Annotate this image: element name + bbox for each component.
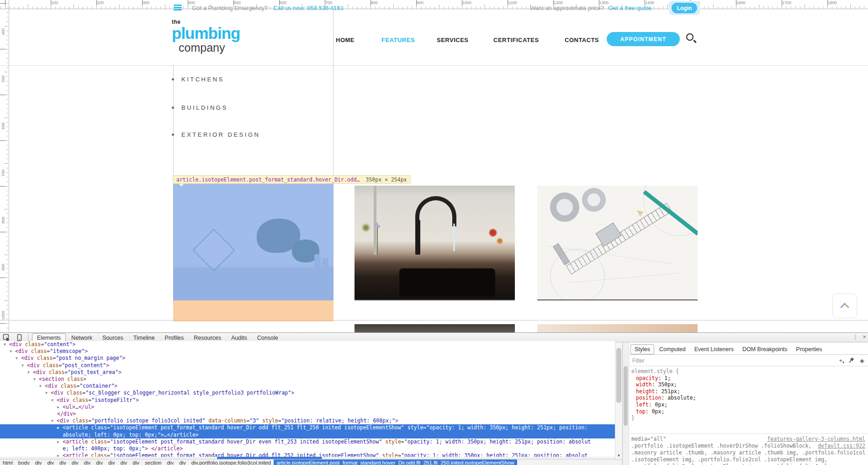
dom-tree-row[interactable]: ▼<div class="portfolio isotope folio3col… (0, 417, 615, 424)
scroll-to-top-button[interactable] (832, 294, 857, 318)
breadcrumb-item[interactable]: div (32, 460, 45, 465)
dropdown-item-kitchens[interactable]: KITCHENS (181, 76, 224, 84)
source-file-link[interactable]: features-gallery-3-columns.html (767, 436, 865, 443)
styles-tab-properties[interactable]: Properties (793, 345, 826, 354)
filter-input[interactable]: Filter (632, 358, 645, 364)
breadcrumb-item[interactable]: div (106, 460, 118, 465)
dom-tree-row[interactable]: ▶<ul>…</ul> (0, 404, 615, 411)
dom-token: = (278, 417, 281, 424)
devtools-tab-audits[interactable]: Audits (227, 334, 252, 342)
css-property[interactable]: width: 350px; (630, 381, 868, 388)
device-mode-icon[interactable] (16, 334, 24, 342)
element-state-icon[interactable]: ◈ (860, 357, 864, 364)
nav-item-services[interactable]: SERVICES (437, 37, 469, 43)
breadcrumb-item[interactable]: div (176, 460, 189, 465)
free-quote-link[interactable]: Get a free quote. (609, 5, 653, 11)
devtools-tab-timeline[interactable]: Timeline (129, 334, 159, 342)
dom-token: ▼ (33, 376, 39, 383)
next-row-image-partial[interactable] (355, 324, 515, 332)
styles-tab-styles[interactable]: Styles (630, 344, 654, 354)
breadcrumb-item[interactable]: div (93, 460, 106, 465)
dropdown-item-exterior-design[interactable]: EXTERIOR DESIGN (181, 131, 260, 139)
dropdown-item-buildings[interactable]: BUILDINGS (181, 104, 228, 112)
breadcrumb-item-selected[interactable]: article.isotopeElement.post_format_stand… (274, 460, 517, 465)
dom-token: … (75, 404, 79, 410)
new-style-rule-icon[interactable]: +▾ (839, 357, 844, 364)
ruler-label: 1600 (736, 0, 746, 5)
scrollbar-thumb[interactable] (616, 348, 621, 403)
overflow-menu-icon[interactable]: ⋮ (852, 333, 858, 340)
dom-tree-row[interactable]: ▼<div class="isotopeFiltr"> (0, 397, 615, 404)
breadcrumb-item[interactable]: div (118, 460, 130, 465)
scrollbar-down-arrow[interactable]: ▼ (615, 453, 622, 459)
breadcrumb-item[interactable]: section (142, 460, 164, 465)
css-property[interactable]: opacity: 1; (630, 375, 868, 382)
dom-token: ▼ (16, 355, 21, 362)
css-source-link[interactable]: default.css:922 (818, 443, 865, 449)
styles-filter-row: Filter +▾ ◈ (630, 355, 868, 366)
search-icon[interactable] (686, 33, 698, 45)
breadcrumb-item[interactable]: div (57, 460, 69, 465)
breadcrumb-item[interactable]: html (0, 460, 16, 465)
element-style-selector[interactable]: element.style (631, 368, 672, 374)
breadcrumb-item[interactable]: div (81, 460, 93, 465)
devtools-tab-sources[interactable]: Sources (98, 334, 128, 342)
ruler-label: 1100 (508, 0, 517, 5)
dom-tree-row[interactable]: ▼<section class> (0, 376, 615, 383)
breadcrumb-item[interactable]: div (130, 460, 142, 465)
dom-tree-row[interactable]: ▼<div class="sc_blogger sc_blogger_horiz… (0, 390, 615, 396)
ruler-label: 1700 (782, 0, 791, 5)
breadcrumb-item[interactable]: div (44, 460, 57, 465)
nav-item-home[interactable]: HOME (336, 37, 355, 43)
dom-tree-row[interactable]: ▼<div class="container"> (0, 383, 615, 390)
topbar-left-text: Got a Plumbing Emergency? Call us now: 8… (192, 5, 344, 11)
styles-scrollbar (623, 342, 629, 465)
call-now-link[interactable]: Call us now: 858.536.4161 (273, 5, 344, 11)
login-button[interactable]: Login (672, 3, 697, 13)
dom-token: "position: relative; height: 608px;" (281, 417, 395, 424)
dom-tree-row[interactable]: ▼<div class="post_text_area"> (0, 369, 615, 376)
devtools-tab-network[interactable]: Network (67, 334, 97, 342)
breadcrumb-item[interactable]: div.portfolio.isotope.folio3col.inited (189, 460, 274, 465)
vertical-ruler: 4005006007008009001000 (0, 0, 9, 332)
dom-token: "itemscope" (50, 348, 85, 354)
nav-item-certificates[interactable]: CERTIFICATES (493, 37, 539, 43)
breadcrumb-item[interactable]: body (16, 460, 32, 465)
dom-token: "post no_margin page" (56, 355, 122, 361)
scrollbar-thumb[interactable] (624, 366, 628, 426)
dom-tree-row-selected[interactable]: ▶<article class="isotopeElement post_for… (0, 424, 615, 438)
styles-tab-dom-breakpoints[interactable]: DOM Breakpoints (739, 345, 791, 354)
devtools-tab-console[interactable]: Console (253, 334, 283, 342)
pin-icon[interactable] (849, 357, 854, 364)
css-property[interactable]: position: absolute; (630, 395, 868, 401)
dom-tree-row[interactable]: ▼<div class="content"> (0, 341, 615, 348)
portfolio-image-faucet[interactable] (355, 186, 515, 300)
devtools-tab-resources[interactable]: Resources (189, 334, 226, 342)
dom-tree-row[interactable]: </div> (0, 411, 615, 417)
breadcrumb-item[interactable]: div (164, 460, 176, 465)
hamburger-menu-icon[interactable] (174, 5, 182, 11)
styles-tab-computed[interactable]: Computed (656, 345, 689, 354)
dom-tree-row[interactable]: ▼<div class="post_content"> (0, 362, 615, 369)
breadcrumb-item[interactable]: div (69, 460, 81, 465)
inspect-element-icon[interactable] (3, 334, 11, 342)
appointment-button[interactable]: APPOINTMENT (607, 32, 680, 46)
devtools-tab-profiles[interactable]: Profiles (160, 334, 189, 342)
css-property[interactable]: left: 0px; (630, 401, 868, 408)
dom-tree-row[interactable]: ▶<article class="isotopeElement post_for… (0, 438, 615, 452)
nav-item-features[interactable]: FEATURES (381, 37, 415, 43)
css-property[interactable]: height: 251px; (630, 388, 868, 395)
next-row-image-partial[interactable] (537, 324, 698, 332)
css-selector-text: .portfolio .isotopeElement .hoverDirShow… (631, 443, 812, 449)
css-property[interactable]: top: 0px; (630, 408, 868, 415)
dom-tree-row[interactable]: ▼<div class="post no_margin page"> (0, 355, 615, 362)
styles-tab-event-listeners[interactable]: Event Listeners (691, 345, 737, 354)
dom-tree-row[interactable]: ▼<div class="itemscope"> (0, 348, 615, 355)
portfolio-image-caliper[interactable] (537, 186, 698, 300)
site-logo[interactable]: the plumbing company (172, 19, 240, 53)
close-devtools-icon[interactable]: × (863, 333, 866, 340)
dom-token: </article> (151, 445, 183, 452)
css-property-value: 0px (655, 401, 665, 408)
dom-token: > (122, 355, 126, 361)
nav-item-contacts[interactable]: CONTACTS (565, 37, 599, 43)
